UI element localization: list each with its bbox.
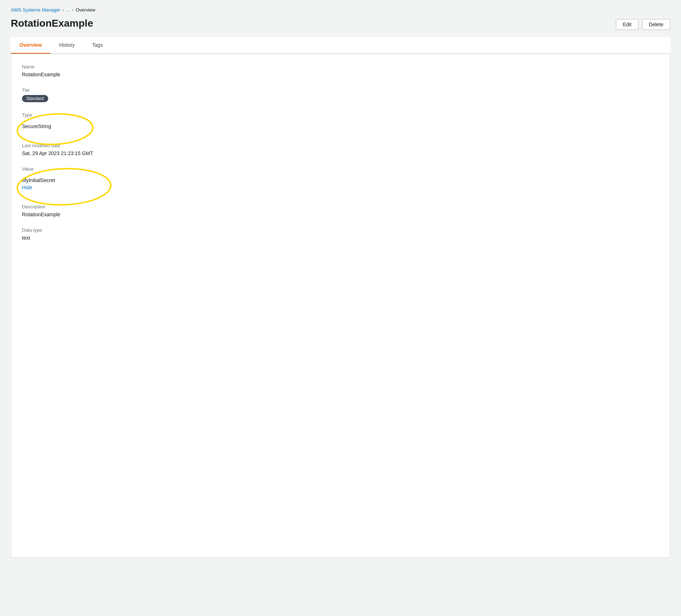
name-field-section: Name RotationExample [22,64,659,77]
breadcrumb-ellipsis[interactable]: ... [66,7,70,13]
last-modified-label: Last modified date [22,143,659,148]
breadcrumb-separator-1: › [63,8,64,13]
edit-button[interactable]: Edit [616,19,638,30]
description-field-section: Description RotationExample [22,204,659,217]
name-label: Name [22,64,659,69]
data-type-field-section: Data type text [22,227,659,241]
content-card: Name RotationExample Tier Standard Type … [11,54,670,558]
description-label: Description [22,204,659,209]
last-modified-field-section: Last modified date Sat, 29 Apr 2023 21:2… [22,143,659,156]
tier-label: Tier [22,87,659,93]
data-type-label: Data type [22,227,659,233]
tier-field-section: Tier Standard [22,87,659,102]
name-value: RotationExample [22,72,659,77]
description-value: RotationExample [22,212,659,217]
header-actions: Edit Delete [616,19,670,30]
breadcrumb-current: Overview [76,7,95,13]
hide-link[interactable]: Hide [22,185,55,190]
value-value: MyInitialSecret [22,177,55,183]
tab-tags[interactable]: Tags [84,37,112,54]
type-label: Type [22,112,659,118]
last-modified-value: Sat, 29 Apr 2023 21:23:15 GMT [22,150,659,156]
page-title: RotationExample [11,18,93,29]
delete-button[interactable]: Delete [642,19,670,30]
data-type-value: text [22,235,659,241]
tier-badge: Standard [22,95,48,102]
tab-history[interactable]: History [50,37,84,54]
breadcrumb-service-link[interactable]: AWS Systems Manager [11,7,60,13]
breadcrumb-separator-2: › [72,8,73,13]
tabs-bar: Overview History Tags [11,37,670,54]
type-value: SecureString [22,123,51,129]
page-header: RotationExample Edit Delete [11,18,670,30]
page-wrapper: AWS Systems Manager › ... › Overview Rot… [0,0,681,616]
value-label: Value [22,166,659,172]
breadcrumb: AWS Systems Manager › ... › Overview [11,7,670,13]
tab-overview[interactable]: Overview [11,37,50,54]
